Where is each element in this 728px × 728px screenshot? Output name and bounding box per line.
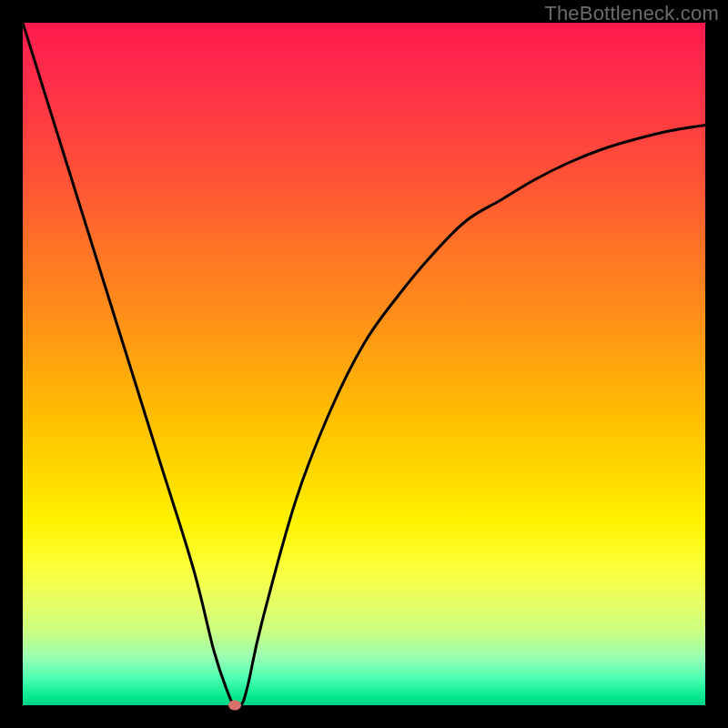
bottleneck-curve xyxy=(23,23,705,705)
curve-path xyxy=(23,23,705,705)
optimum-marker xyxy=(228,701,241,711)
chart-frame: TheBottleneck.com xyxy=(0,0,728,728)
plot-area xyxy=(23,23,705,705)
watermark-text: TheBottleneck.com xyxy=(544,2,719,25)
